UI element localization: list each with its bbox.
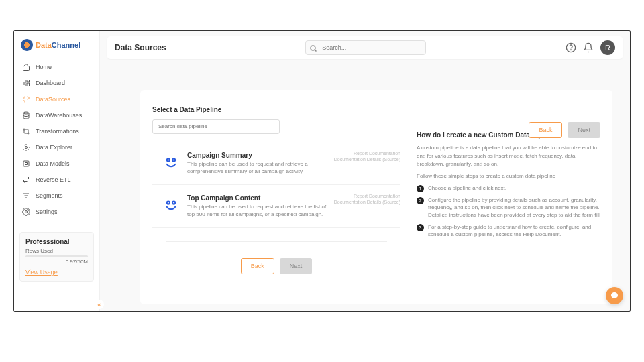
sidebar-item-label: Segments [36,192,63,199]
step-number-badge: 1 [417,185,424,192]
help-step: 2 Configure the pipeline by providing de… [417,196,600,219]
help-intro: A custom pipeline is a data pipeline tha… [417,144,600,168]
search-icon [309,43,317,55]
segments-icon [22,192,30,200]
chevron-left-icon: « [97,301,101,308]
help-step: 3 For a step-by-step guide to understand… [417,223,600,238]
sidebar-item-reverseetl[interactable]: Reverse ETL [14,172,99,188]
transformations-icon [22,127,30,135]
svg-rect-1 [27,80,30,82]
svg-rect-3 [23,84,26,86]
help-button[interactable] [566,42,576,53]
sidebar-item-label: Data Explorer [36,144,72,151]
database-icon [22,111,30,119]
svg-rect-8 [23,161,29,166]
next-button-bottom[interactable]: Next [280,258,313,274]
sidebar-item-label: DataSources [36,96,70,103]
datasources-icon [22,95,30,103]
pipeline-desc: This pipeline can be used to request and… [187,160,328,175]
step-text: Choose a pipeline and click next. [428,184,506,192]
brand-logo[interactable]: DataChannel [14,38,99,59]
user-avatar[interactable]: R [600,40,615,55]
pipeline-meta: Report Documentation Documentation Detai… [334,150,400,162]
svg-point-6 [28,133,29,134]
next-button-top[interactable]: Next [568,122,600,138]
global-search-input[interactable] [305,40,426,55]
sidebar-item-datamodels[interactable]: Data Models [14,156,99,172]
datamodels-icon [22,160,30,168]
pipeline-desc: This pipeline can be used to request and… [187,203,328,218]
help-icon [566,42,576,53]
meta-line: Report Documentation [334,193,400,199]
svg-point-10 [311,46,315,50]
step-number-badge: 2 [417,197,424,204]
meta-line: Documentation Details (Source) [334,199,400,205]
sidebar-item-label: Data Models [36,160,70,167]
plan-name: Professsional [25,238,88,245]
step-text: Configure the pipeline by providing deta… [428,196,600,219]
pipeline-icon [162,153,180,172]
back-button-top[interactable]: Back [529,122,562,138]
chat-fab[interactable] [606,287,623,304]
top-bar: Data Sources R [107,36,623,59]
page-title: Data Sources [115,43,166,52]
home-icon [22,63,30,71]
view-usage-link[interactable]: View Usage [25,269,88,276]
sidebar-item-label: Reverse ETL [36,176,71,183]
plan-rows-label: Rows Used [25,248,88,254]
reverseetl-icon [22,176,30,184]
pipeline-search-input[interactable] [152,119,280,134]
pipeline-card[interactable]: Campaign Summary This pipeline can be us… [152,146,400,185]
svg-point-16 [173,159,174,160]
pipeline-icon [162,196,180,215]
sidebar-item-dashboard[interactable]: Dashboard [14,75,99,91]
svg-rect-2 [27,83,30,86]
sidebar: DataChannel Home Dashboard DataSources D… [14,31,100,311]
sidebar-item-transformations[interactable]: Transformations [14,123,99,139]
svg-point-7 [25,147,28,149]
brand-icon [21,39,33,51]
divider [166,241,387,242]
svg-point-12 [571,50,572,50]
sidebar-item-datawarehouses[interactable]: DataWarehouses [14,107,99,123]
sidebar-item-dataexplorer[interactable]: Data Explorer [14,139,99,156]
svg-point-4 [23,112,29,114]
sidebar-item-home[interactable]: Home [14,59,99,75]
plan-progress-bar [25,255,88,257]
help-follow: Follow these simple steps to create a cu… [417,172,600,180]
sidebar-item-label: Settings [36,208,58,215]
svg-point-9 [25,211,28,213]
pipeline-card[interactable]: Top Campaign Content This pipeline can b… [152,189,400,228]
sidebar-item-settings[interactable]: Settings [14,204,99,220]
sidebar-item-label: DataWarehouses [36,112,82,119]
bell-icon [583,42,594,53]
svg-point-20 [173,202,174,203]
explorer-icon [22,143,30,152]
back-button-bottom[interactable]: Back [241,258,274,274]
meta-line: Documentation Details (Source) [334,156,400,162]
pipeline-meta: Report Documentation Documentation Detai… [334,193,400,205]
svg-point-5 [23,129,25,130]
section-label: Select a Data Pipeline [152,106,400,113]
meta-line: Report Documentation [334,150,400,156]
help-step: 1 Choose a pipeline and click next. [417,184,600,192]
sidebar-item-label: Dashboard [36,80,65,86]
plan-rows-value: 0.97/50M [25,259,88,265]
plan-card: Professsional Rows Used 0.97/50M View Us… [19,232,94,282]
sidebar-item-segments[interactable]: Segments [14,188,99,204]
sidebar-item-label: Home [36,64,52,70]
svg-point-19 [168,202,169,203]
svg-point-15 [168,159,169,160]
chat-icon [610,292,619,300]
notifications-button[interactable] [583,42,594,53]
svg-rect-0 [23,80,26,84]
gear-icon [22,208,30,216]
global-search-wrap [305,40,426,55]
step-number-badge: 3 [417,224,424,231]
collapse-sidebar-button[interactable]: « [95,300,104,309]
dashboard-icon [22,79,30,87]
step-text: For a step-by-step guide to understand h… [428,223,600,238]
sidebar-item-label: Transformations [36,128,79,135]
sidebar-item-datasources[interactable]: DataSources [14,91,99,107]
content-card: Back Next Select a Data Pipeline Campaig… [140,90,612,304]
